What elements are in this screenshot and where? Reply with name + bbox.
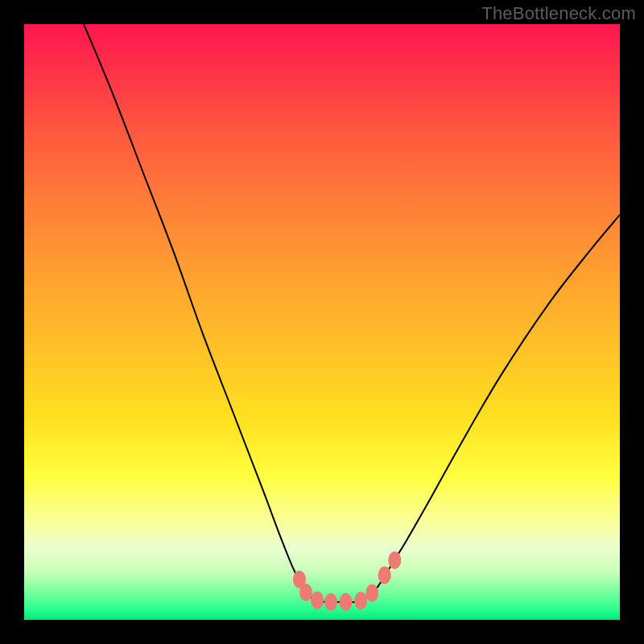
- curve-marker: [388, 551, 401, 569]
- bottleneck-curve: [84, 24, 620, 602]
- curve-svg: [24, 24, 620, 620]
- curve-marker: [340, 593, 353, 611]
- curve-marker: [324, 593, 337, 611]
- curve-marker: [299, 584, 312, 601]
- curve-marker: [311, 592, 324, 609]
- curve-marker: [365, 584, 378, 602]
- marker-group: [293, 551, 401, 611]
- watermark-text: TheBottleneck.com: [481, 3, 636, 24]
- chart-frame: TheBottleneck.com: [0, 0, 644, 644]
- plot-area: [24, 24, 620, 620]
- curve-marker: [378, 567, 391, 584]
- curve-marker: [354, 592, 367, 609]
